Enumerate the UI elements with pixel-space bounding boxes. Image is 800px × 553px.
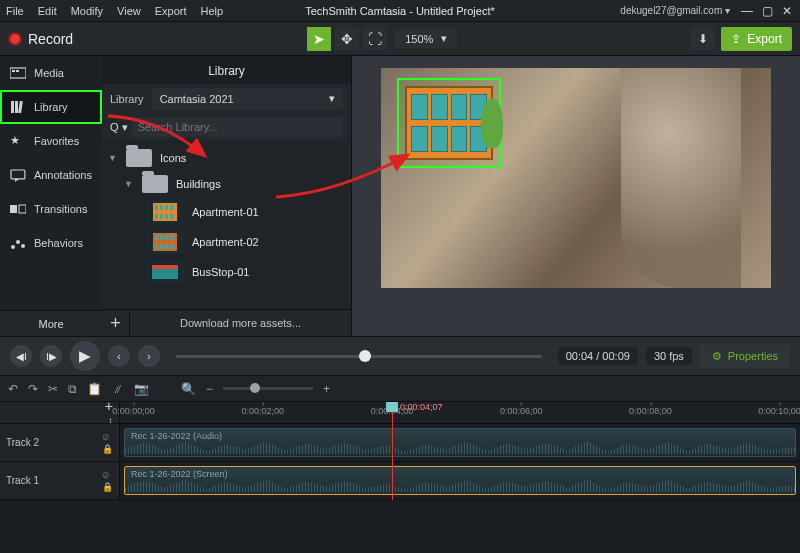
library-search-input[interactable] bbox=[132, 117, 343, 137]
sidebar-item-label: Favorites bbox=[34, 135, 79, 147]
record-button[interactable]: Record bbox=[8, 31, 73, 47]
sidebar-item-behaviors[interactable]: Behaviors bbox=[0, 226, 102, 260]
window-minimize-icon[interactable]: — bbox=[740, 4, 754, 18]
window-maximize-icon[interactable]: ▢ bbox=[760, 4, 774, 18]
playback-knob[interactable] bbox=[359, 350, 371, 362]
sidebar-item-media[interactable]: Media bbox=[0, 56, 102, 90]
asset-apartment-01[interactable]: Apartment-01 bbox=[102, 197, 351, 227]
canvas-asset-selected[interactable] bbox=[399, 80, 499, 166]
properties-button[interactable]: ⚙Properties bbox=[700, 345, 790, 368]
zoom-out-button[interactable]: 🔍 bbox=[181, 382, 196, 396]
play-button[interactable]: ▶ bbox=[70, 341, 100, 371]
copy-button[interactable]: ⧉ bbox=[68, 382, 77, 396]
ruler-tick: 0:00:08;00 bbox=[629, 406, 672, 416]
sidebar-item-label: Media bbox=[34, 67, 64, 79]
tree-folder-label: Icons bbox=[160, 152, 186, 164]
ruler-tick: 0:00:00;00 bbox=[112, 406, 155, 416]
track-disable-icon[interactable]: ⊘ bbox=[102, 470, 113, 480]
pointer-tool-button[interactable]: ➤ bbox=[307, 27, 331, 51]
asset-busstop-01[interactable]: BusStop-01 bbox=[102, 257, 351, 287]
asset-apartment-02[interactable]: Apartment-02 bbox=[102, 227, 351, 257]
library-add-button[interactable]: + bbox=[102, 310, 130, 336]
timeline-zoom-slider[interactable] bbox=[223, 387, 313, 390]
asset-thumbnail bbox=[146, 200, 184, 224]
transition-icon bbox=[10, 202, 26, 216]
menu-edit[interactable]: Edit bbox=[38, 5, 57, 17]
sidebar-item-favorites[interactable]: ★ Favorites bbox=[0, 124, 102, 158]
user-account[interactable]: dekugel27@gmail.com ▾ bbox=[620, 5, 730, 16]
timeline-clip[interactable]: Rec 1-26-2022 (Audio) bbox=[124, 428, 796, 457]
library-select-dropdown[interactable]: Camtasia 2021▾ bbox=[152, 88, 343, 109]
menu-export[interactable]: Export bbox=[155, 5, 187, 17]
sidebar-item-library[interactable]: Library bbox=[0, 90, 102, 124]
step-forward-button[interactable]: › bbox=[138, 345, 160, 367]
redo-button[interactable]: ↷ bbox=[28, 382, 38, 396]
cut-button[interactable]: ✂ bbox=[48, 382, 58, 396]
zoom-plus-button[interactable]: + bbox=[323, 382, 330, 396]
menu-view[interactable]: View bbox=[117, 5, 141, 17]
svg-rect-8 bbox=[19, 205, 26, 213]
playhead[interactable]: 0:00:04;07 bbox=[392, 402, 393, 500]
next-frame-button[interactable]: Ⅰ▶ bbox=[40, 345, 62, 367]
timeline: 0:00:04;07 + ⫶ 0:00:00;00 0:00:02;00 0:0… bbox=[0, 402, 800, 500]
library-download-link[interactable]: Download more assets... bbox=[130, 311, 351, 335]
prev-frame-button[interactable]: ◀Ⅰ bbox=[10, 345, 32, 367]
playback-fps[interactable]: 30 fps bbox=[646, 347, 692, 365]
paste-button[interactable]: 📋 bbox=[87, 382, 102, 396]
playback-bar: ◀Ⅰ Ⅰ▶ ▶ ‹ › 00:04 / 00:09 30 fps ⚙Proper… bbox=[0, 336, 800, 376]
ruler-tick: 0:00:06;00 bbox=[500, 406, 543, 416]
sidebar-more-button[interactable]: More bbox=[0, 310, 102, 336]
crop-tool-button[interactable]: ⛶ bbox=[363, 27, 387, 51]
window-close-icon[interactable]: ✕ bbox=[780, 4, 794, 18]
menu-help[interactable]: Help bbox=[201, 5, 224, 17]
tree-folder-label: Buildings bbox=[176, 178, 221, 190]
step-back-button[interactable]: ‹ bbox=[108, 345, 130, 367]
playback-slider[interactable] bbox=[176, 355, 542, 358]
split-button[interactable]: ⫽ bbox=[112, 382, 124, 396]
window-title: TechSmith Camtasia - Untitled Project* bbox=[305, 5, 495, 17]
download-button[interactable]: ⬇ bbox=[691, 27, 715, 51]
canvas-preview[interactable] bbox=[381, 68, 771, 288]
track-lock-icon[interactable]: 🔒 bbox=[102, 444, 113, 454]
track-lock-icon[interactable]: 🔒 bbox=[102, 482, 113, 492]
svg-rect-1 bbox=[12, 70, 15, 72]
export-button[interactable]: ⇪Export bbox=[721, 27, 792, 51]
svg-rect-0 bbox=[10, 68, 26, 78]
tree-folder-buildings[interactable]: ▼ Buildings bbox=[102, 171, 351, 197]
ruler-tick: 0:00:10;00 bbox=[758, 406, 800, 416]
folder-icon bbox=[126, 149, 152, 167]
track-row: Track 2 ⊘🔒 Rec 1-26-2022 (Audio) bbox=[0, 424, 800, 462]
sidebar-item-label: Transitions bbox=[34, 203, 87, 215]
canvas-area[interactable] bbox=[352, 56, 800, 336]
track-disable-icon[interactable]: ⊘ bbox=[102, 432, 113, 442]
timeline-toolbar: ↶ ↷ ✂ ⧉ 📋 ⫽ 📷 🔍 − + bbox=[0, 376, 800, 402]
menu-modify[interactable]: Modify bbox=[71, 5, 103, 17]
svg-rect-2 bbox=[16, 70, 19, 72]
svg-rect-4 bbox=[15, 101, 18, 113]
track-name: Track 2 bbox=[6, 437, 39, 448]
gear-icon: ⚙ bbox=[712, 350, 722, 363]
chevron-down-icon: ▾ bbox=[441, 32, 447, 45]
track-header[interactable]: Track 1 ⊘🔒 bbox=[0, 462, 120, 499]
track-header[interactable]: Track 2 ⊘🔒 bbox=[0, 424, 120, 461]
track-body[interactable]: Rec 1-26-2022 (Screen) bbox=[120, 462, 800, 499]
screenshot-button[interactable]: 📷 bbox=[134, 382, 149, 396]
library-tree: ▼ Icons ▼ Buildings Apartment-01 Apartme… bbox=[102, 141, 351, 309]
track-body[interactable]: Rec 1-26-2022 (Audio) bbox=[120, 424, 800, 461]
timeline-ruler[interactable]: 0:00:00;00 0:00:02;00 0:00:04;00 0:00:06… bbox=[120, 402, 800, 423]
menubar: File Edit Modify View Export Help TechSm… bbox=[0, 0, 800, 22]
pan-tool-button[interactable]: ✥ bbox=[335, 27, 359, 51]
timeline-clip[interactable]: Rec 1-26-2022 (Screen) bbox=[124, 466, 796, 495]
search-icon[interactable]: Q ▾ bbox=[110, 121, 128, 134]
library-panel-title: Library bbox=[102, 56, 351, 84]
svg-point-10 bbox=[16, 240, 20, 244]
zoom-minus-button[interactable]: − bbox=[206, 382, 213, 396]
sidebar-item-annotations[interactable]: Annotations bbox=[0, 158, 102, 192]
tree-folder-icons[interactable]: ▼ Icons bbox=[102, 145, 351, 171]
undo-button[interactable]: ↶ bbox=[8, 382, 18, 396]
sidebar-item-transitions[interactable]: Transitions bbox=[0, 192, 102, 226]
export-icon: ⇪ bbox=[731, 32, 741, 46]
caret-down-icon: ▼ bbox=[124, 179, 134, 189]
zoom-dropdown[interactable]: 150%▾ bbox=[395, 29, 457, 48]
menu-file[interactable]: File bbox=[6, 5, 24, 17]
